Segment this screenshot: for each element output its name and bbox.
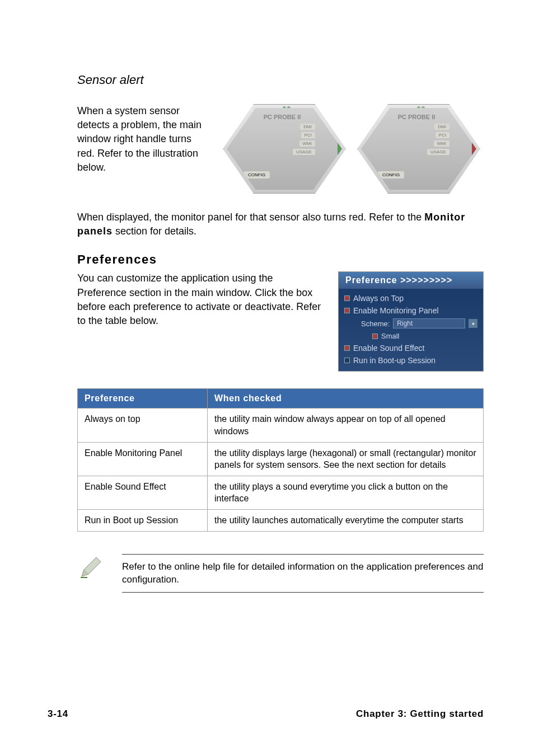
preference-panel: Preference >>>>>>>>> Always on Top Enabl… (338, 271, 484, 372)
table-cell-desc: the utility plays a sound everytime you … (208, 476, 484, 509)
scheme-input[interactable]: Right (393, 318, 465, 328)
checkbox-icon (344, 295, 350, 301)
checkbox-icon (344, 345, 350, 351)
table-cell-pref: Enable Monitoring Panel (78, 442, 208, 476)
table-row: Always on top the utility main window al… (78, 408, 484, 442)
pref-item-small[interactable]: Small (344, 330, 477, 342)
pref-item-label: Enable Monitoring Panel (353, 306, 439, 315)
table-row: Enable Monitoring Panel the utility disp… (78, 442, 484, 476)
table-cell-pref: Enable Sound Effect (78, 476, 208, 509)
preferences-heading: Preferences (50, 252, 484, 267)
hex-label: DMI (300, 124, 315, 130)
checkbox-icon (344, 358, 350, 363)
sensor-alert-title: Sensor alert (50, 73, 484, 87)
table-cell-desc: the utility main window always appear on… (208, 408, 484, 442)
page-number: 3-14 (48, 708, 68, 720)
pref-item-sound[interactable]: Enable Sound Effect (344, 342, 477, 354)
table-row: Enable Sound Effect the utility plays a … (78, 476, 484, 509)
hex-label: WMI (299, 140, 315, 147)
preferences-row: You can customize the application using … (50, 271, 484, 372)
sensor-alert-paragraph1: When a system sensor detects a problem, … (77, 104, 206, 194)
pref-item-label: Enable Sound Effect (353, 344, 424, 353)
hexagon-title: PC PROBE II (398, 114, 435, 120)
hex-label: PCI (301, 132, 315, 138)
table-cell-pref: Always on top (78, 408, 208, 442)
pref-item-label: Always on Top (353, 294, 404, 303)
hex-label: PCI (435, 132, 449, 138)
hex-label: DMI (434, 124, 449, 130)
checkbox-icon (372, 334, 378, 339)
hexagon-alert: PC PROBE II DMI PCI WMI USAGE CONFIG (357, 104, 480, 194)
hex-label: USAGE (293, 149, 315, 155)
preference-panel-body: Always on Top Enable Monitoring Panel Sc… (339, 289, 483, 371)
table-header-preference: Preference (78, 389, 208, 408)
pencil-note-icon (77, 554, 105, 583)
dropdown-arrow-icon[interactable]: ▾ (469, 319, 477, 328)
note-row: Refer to the online help file for detail… (50, 554, 484, 593)
table-cell-desc: the utility displays large (hexagonal) o… (208, 442, 484, 476)
pref-item-scheme[interactable]: Scheme: Right ▾ (344, 317, 477, 330)
pref-item-always-on-top[interactable]: Always on Top (344, 292, 477, 304)
pref-item-label: Run in Boot-up Session (353, 356, 435, 365)
hex-label: USAGE (427, 149, 449, 155)
hex-label: WMI (434, 140, 449, 147)
page-footer: 3-14 Chapter 3: Getting started (48, 708, 484, 720)
p2-prefix: When displayed, the monitor panel for th… (77, 212, 424, 223)
hexagon-title: PC PROBE II (264, 114, 301, 120)
table-header-when-checked: When checked (208, 389, 484, 408)
table-cell-pref: Run in Boot up Session (78, 509, 208, 531)
preference-table: Preference When checked Always on top th… (77, 388, 484, 531)
pref-item-boot[interactable]: Run in Boot-up Session (344, 354, 477, 367)
note-text: Refer to the online help file for detail… (122, 554, 484, 593)
table-row: Run in Boot up Session the utility launc… (78, 509, 484, 531)
table-cell-desc: the utility launches automatically every… (208, 509, 484, 531)
preference-panel-header: Preference >>>>>>>>> (339, 272, 483, 289)
hexagon-illustrations: PC PROBE II DMI PCI WMI USAGE CONFIG PC … (223, 104, 480, 194)
preferences-intro: You can customize the application using … (77, 271, 321, 372)
p2-suffix: section for details. (113, 226, 196, 237)
sensor-alert-paragraph2: When displayed, the monitor panel for th… (50, 210, 484, 238)
hex-bottom-label: CONFIG (378, 171, 404, 179)
hexagon-normal: PC PROBE II DMI PCI WMI USAGE CONFIG (223, 104, 346, 194)
checkbox-icon (344, 308, 350, 313)
scheme-label: Scheme: (361, 320, 390, 328)
chapter-title: Chapter 3: Getting started (356, 708, 484, 720)
pref-item-enable-monitoring[interactable]: Enable Monitoring Panel (344, 304, 477, 317)
sensor-alert-row: When a system sensor detects a problem, … (50, 104, 484, 194)
hex-bottom-label: CONFIG (243, 171, 270, 179)
pref-item-label: Small (381, 332, 400, 340)
